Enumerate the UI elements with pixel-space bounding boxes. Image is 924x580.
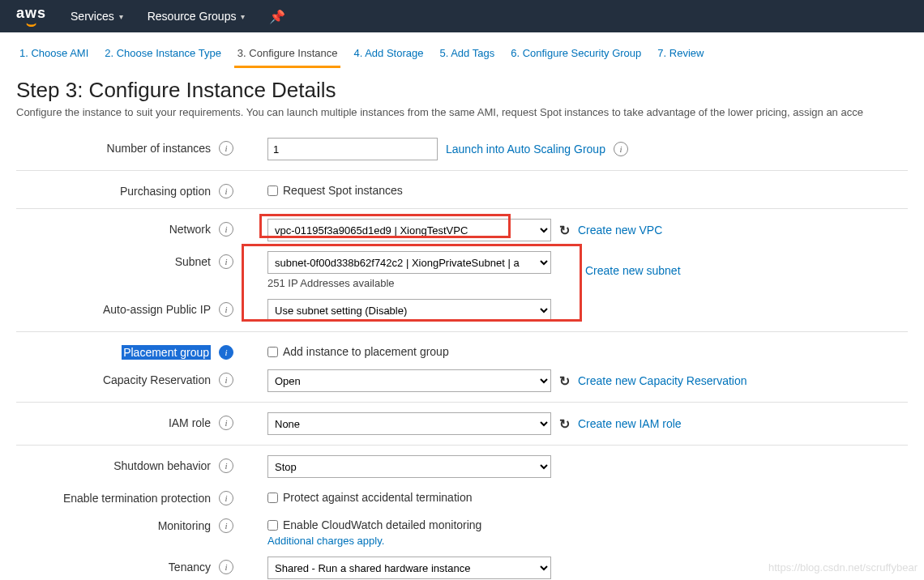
placement-group-checkbox[interactable] bbox=[267, 347, 278, 357]
label-monitoring: Monitoring bbox=[158, 519, 211, 532]
shutdown-behavior-select[interactable]: Stop bbox=[267, 455, 551, 478]
info-icon[interactable]: i bbox=[219, 254, 233, 269]
info-icon[interactable]: i bbox=[219, 345, 233, 360]
page-description: Configure the instance to suit your requ… bbox=[16, 106, 908, 118]
page-title: Step 3: Configure Instance Details bbox=[16, 78, 908, 103]
row-subnet: Subneti subnet-0f00d338b62f742c2 | Xiong… bbox=[16, 246, 908, 294]
row-placement-group: Placement groupi Add instance to placeme… bbox=[16, 337, 908, 365]
termination-protection-text: Protect against accidental termination bbox=[283, 491, 472, 504]
row-monitoring: Monitoringi Enable CloudWatch detailed m… bbox=[16, 510, 908, 552]
aws-logo[interactable]: aws ⌣ bbox=[16, 5, 46, 28]
subnet-note: 251 IP Addresses available bbox=[267, 277, 551, 289]
info-icon[interactable]: i bbox=[219, 141, 233, 156]
resource-groups-label: Resource Groups bbox=[148, 10, 237, 23]
label-placement-group: Placement group bbox=[122, 345, 211, 360]
resource-groups-menu[interactable]: Resource Groups bbox=[148, 10, 246, 23]
pin-button[interactable]: 📌 bbox=[269, 9, 285, 24]
row-network: Networki vpc-01195f3a9065d1ed9 | XiongTe… bbox=[16, 214, 908, 246]
tab-add-tags[interactable]: 5. Add Tags bbox=[436, 42, 498, 68]
spot-instances-checkbox-label[interactable]: Request Spot instances bbox=[267, 181, 403, 197]
aws-swoosh-icon: ⌣ bbox=[16, 22, 46, 28]
row-auto-assign-ip: Auto-assign Public IPi Use subnet settin… bbox=[16, 294, 908, 326]
label-iam-role: IAM role bbox=[169, 416, 211, 429]
refresh-icon[interactable]: ↻ bbox=[559, 223, 570, 238]
row-shutdown-behavior: Shutdown behaviori Stop bbox=[16, 450, 908, 483]
tab-configure-instance[interactable]: 3. Configure Instance bbox=[234, 42, 341, 68]
row-capacity-reservation: Capacity Reservationi Open ↻ Create new … bbox=[16, 365, 908, 397]
create-iam-role-link[interactable]: Create new IAM role bbox=[578, 417, 682, 430]
label-auto-assign-ip: Auto-assign Public IP bbox=[103, 303, 211, 316]
info-icon[interactable]: i bbox=[219, 491, 233, 505]
network-select[interactable]: vpc-01195f3a9065d1ed9 | XiongTestVPC bbox=[267, 219, 551, 241]
subnet-select[interactable]: subnet-0f00d338b62f742c2 | XiongPrivateS… bbox=[267, 251, 551, 274]
termination-protection-checkbox[interactable] bbox=[267, 493, 278, 503]
info-icon[interactable]: i bbox=[614, 142, 628, 156]
pin-icon: 📌 bbox=[269, 9, 285, 24]
launch-asg-link[interactable]: Launch into Auto Scaling Group bbox=[446, 143, 605, 156]
label-purchasing-option: Purchasing option bbox=[120, 185, 211, 198]
create-subnet-link[interactable]: Create new subnet bbox=[585, 264, 681, 277]
row-purchasing-option: Purchasing optioni Request Spot instance… bbox=[16, 176, 908, 203]
services-label: Services bbox=[71, 10, 114, 23]
iam-role-select[interactable]: None bbox=[267, 412, 551, 435]
refresh-icon[interactable]: ↻ bbox=[559, 416, 570, 432]
capacity-reservation-select[interactable]: Open bbox=[267, 369, 551, 392]
row-iam-role: IAM rolei None ↻ Create new IAM role bbox=[16, 407, 908, 440]
placement-group-checkbox-label[interactable]: Add instance to placement group bbox=[267, 342, 449, 358]
info-icon[interactable]: i bbox=[219, 222, 233, 237]
info-icon[interactable]: i bbox=[219, 458, 233, 473]
termination-protection-checkbox-label[interactable]: Protect against accidental termination bbox=[267, 488, 472, 504]
label-subnet: Subnet bbox=[175, 255, 211, 268]
info-icon[interactable]: i bbox=[219, 373, 233, 387]
label-shutdown-behavior: Shutdown behavior bbox=[113, 459, 211, 472]
tenancy-select[interactable]: Shared - Run a shared hardware instance bbox=[267, 557, 551, 579]
row-termination-protection: Enable termination protectioni Protect a… bbox=[16, 483, 908, 510]
monitoring-checkbox[interactable] bbox=[267, 520, 278, 531]
label-capacity-reservation: Capacity Reservation bbox=[103, 373, 211, 386]
tab-choose-instance-type[interactable]: 2. Choose Instance Type bbox=[101, 42, 225, 68]
tab-choose-ami[interactable]: 1. Choose AMI bbox=[16, 42, 92, 68]
monitoring-charges-link[interactable]: Additional charges apply. bbox=[267, 535, 481, 547]
label-tenancy: Tenancy bbox=[169, 561, 211, 574]
info-icon[interactable]: i bbox=[219, 416, 233, 430]
label-network: Network bbox=[169, 223, 211, 236]
tab-configure-security-group[interactable]: 6. Configure Security Group bbox=[507, 42, 644, 68]
refresh-icon[interactable]: ↻ bbox=[559, 373, 570, 389]
auto-assign-ip-select[interactable]: Use subnet setting (Disable) bbox=[267, 299, 551, 322]
watermark: https://blog.csdn.net/scruffybear bbox=[768, 561, 918, 574]
placement-group-text: Add instance to placement group bbox=[283, 345, 449, 358]
info-icon[interactable]: i bbox=[219, 560, 233, 574]
label-termination-protection: Enable termination protection bbox=[63, 492, 211, 505]
services-menu[interactable]: Services bbox=[71, 10, 123, 23]
spot-instances-text: Request Spot instances bbox=[283, 184, 403, 197]
create-vpc-link[interactable]: Create new VPC bbox=[578, 224, 662, 237]
monitoring-checkbox-label[interactable]: Enable CloudWatch detailed monitoring bbox=[267, 515, 481, 531]
monitoring-text: Enable CloudWatch detailed monitoring bbox=[283, 518, 481, 531]
info-icon[interactable]: i bbox=[219, 302, 233, 317]
info-icon[interactable]: i bbox=[219, 518, 233, 533]
subnet-ip-group: Subneti subnet-0f00d338b62f742c2 | Xiong… bbox=[16, 246, 908, 326]
tab-review[interactable]: 7. Review bbox=[654, 42, 707, 68]
tab-add-storage[interactable]: 4. Add Storage bbox=[350, 42, 426, 68]
number-of-instances-input[interactable] bbox=[267, 138, 438, 160]
spot-instances-checkbox[interactable] bbox=[267, 186, 278, 196]
aws-header: aws ⌣ Services Resource Groups 📌 bbox=[0, 0, 924, 32]
wizard-tabs: 1. Choose AMI 2. Choose Instance Type 3.… bbox=[0, 32, 924, 68]
info-icon[interactable]: i bbox=[219, 184, 233, 198]
label-number-of-instances: Number of instances bbox=[107, 142, 211, 155]
row-number-of-instances: Number of instancesi Launch into Auto Sc… bbox=[16, 133, 908, 165]
content: Step 3: Configure Instance Details Confi… bbox=[0, 68, 924, 580]
create-capacity-reservation-link[interactable]: Create new Capacity Reservation bbox=[578, 374, 747, 387]
